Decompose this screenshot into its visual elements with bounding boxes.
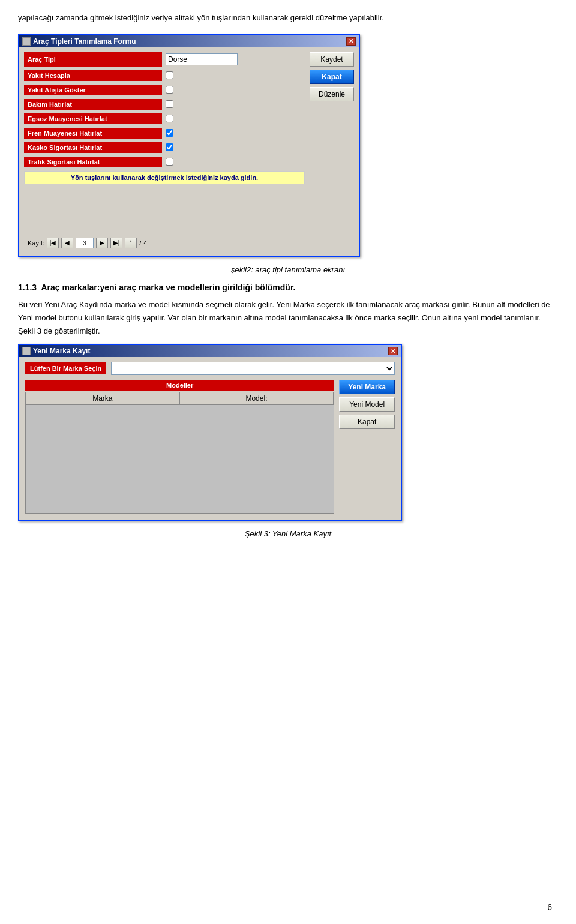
form-row-bakim: Bakım Hatırlat: [24, 99, 305, 110]
label-yakit-alista: Yakıt Alışta Göster: [24, 85, 162, 95]
titlebar-2: Yeni Marka Kayıt ✕: [19, 345, 401, 357]
nav-separator: /: [139, 239, 141, 247]
marka-top-row: Lütfen Bir Marka Seçin: [25, 362, 395, 375]
checkbox-kasko[interactable]: [166, 143, 173, 151]
close-button-2[interactable]: ✕: [388, 347, 398, 355]
checkbox-bakim[interactable]: [166, 100, 173, 108]
kapat-button-1[interactable]: Kapat: [310, 70, 354, 84]
label-fren: Fren Muayenesi Hatırlat: [24, 128, 162, 139]
kapat-button-2[interactable]: Kapat: [339, 415, 395, 429]
caption-2: Şekil 3: Yeni Marka Kayıt: [18, 529, 558, 538]
col-marka: Marka: [26, 392, 180, 404]
table-body: [26, 405, 334, 513]
checkbox-yakit-hesapla[interactable]: [166, 71, 173, 79]
window-arac-tipleri: Araç Tipleri Tanımlama Formu ✕ Araç Tipi…: [18, 34, 360, 257]
col-model: Model:: [180, 392, 334, 404]
window-title-1: Araç Tipleri Tanımlama Formu: [33, 37, 136, 46]
marka-right-buttons: Yeni Marka Yeni Model Kapat: [334, 380, 395, 514]
nav-first[interactable]: |◀: [47, 238, 59, 248]
form-row-fren: Fren Muayenesi Hatırlat: [24, 128, 305, 139]
kaydet-button[interactable]: Kaydet: [310, 52, 354, 67]
form-row-kasko: Kasko Sigortası Hatırlat: [24, 142, 305, 153]
form-row-arac-tipi: Araç Tipi: [24, 52, 305, 67]
input-arac-tipi[interactable]: [166, 53, 238, 65]
kayit-label: Kayıt:: [28, 239, 44, 247]
modeller-header: Modeller: [25, 380, 334, 391]
page-number: 6: [547, 902, 552, 912]
marka-table: Marka Model:: [25, 392, 334, 514]
close-button-1[interactable]: ✕: [346, 37, 356, 46]
nav-total: 4: [143, 239, 147, 247]
nav-current[interactable]: [76, 238, 94, 248]
intro-paragraph: yapılacağı zamanda gitmek istediğiniz ve…: [18, 12, 558, 25]
marka-left-panel: Modeller Marka Model:: [25, 380, 334, 514]
label-trafik: Trafik Sigortası Hatırlat: [24, 157, 162, 167]
nav-prev[interactable]: ◀: [61, 238, 73, 248]
caption-1: şekil2: araç tipi tanımlama ekranı: [18, 265, 558, 274]
form-row-yakit-alista: Yakıt Alışta Göster: [24, 85, 305, 95]
nav-last[interactable]: ▶|: [110, 238, 122, 248]
form-section-1: Araç Tipi Yakıt Hesapla Yakıt Alışta Gös…: [24, 52, 305, 235]
label-bakim: Bakım Hatırlat: [24, 99, 162, 110]
window-yeni-marka: Yeni Marka Kayıt ✕ Lütfen Bir Marka Seçi…: [18, 344, 402, 521]
form-row-trafik: Trafik Sigortası Hatırlat: [24, 157, 305, 167]
yeni-model-button[interactable]: Yeni Model: [339, 397, 395, 412]
titlebar-1: Araç Tipleri Tanımlama Formu ✕: [19, 35, 359, 47]
window-title-2: Yeni Marka Kayıt: [33, 347, 90, 355]
label-kasko: Kasko Sigortası Hatırlat: [24, 142, 162, 153]
side-buttons-1: Kaydet Kapat Düzenle: [305, 52, 354, 235]
marka-select-label: Lütfen Bir Marka Seçin: [25, 362, 106, 374]
window-icon-2: [22, 347, 31, 355]
table-header-row: Marka Model:: [26, 392, 334, 405]
label-egsoz: Egsoz Muayenesi Hatırlat: [24, 113, 162, 124]
section-heading: 1.1.3 Araç markalar:yeni araç marka ve m…: [18, 283, 558, 292]
duzenle-button[interactable]: Düzenle: [310, 87, 354, 101]
nav-next[interactable]: ▶: [96, 238, 108, 248]
form-row-egsoz: Egsoz Muayenesi Hatırlat: [24, 113, 305, 124]
checkbox-egsoz[interactable]: [166, 115, 173, 122]
window-icon-1: [22, 37, 31, 46]
checkbox-yakit-alista[interactable]: [166, 86, 173, 94]
nav-bar-1: Kayıt: |◀ ◀ ▶ ▶| * / 4: [24, 235, 354, 251]
status-hint-1: Yön tuşlarını kullanarak değiştirmek ist…: [24, 171, 305, 184]
body-para-1: Bu veri Yeni Araç Kaydında marka ve mode…: [18, 298, 558, 338]
marka-dropdown[interactable]: [111, 362, 395, 375]
yeni-marka-button[interactable]: Yeni Marka: [339, 380, 395, 394]
label-yakit-hesapla: Yakıt Hesapla: [24, 70, 162, 81]
checkbox-trafik[interactable]: [166, 158, 173, 166]
form-row-yakit-hesapla: Yakıt Hesapla: [24, 70, 305, 81]
checkbox-fren[interactable]: [166, 129, 173, 137]
label-arac-tipi: Araç Tipi: [24, 52, 162, 67]
nav-new[interactable]: *: [125, 238, 137, 248]
